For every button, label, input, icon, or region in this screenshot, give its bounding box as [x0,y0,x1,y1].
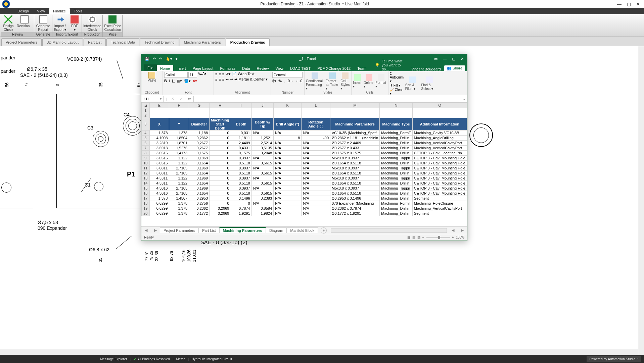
cell[interactable]: M5x0.8 x 0.3937 [330,186,380,191]
cell[interactable]: 2,7165 [169,186,189,191]
excel-tab-data[interactable]: Data [239,65,253,72]
cell[interactable]: 1,1811 [231,136,251,141]
app-tab-design[interactable]: Design [13,8,33,14]
cell[interactable]: Machining_Tappir [380,186,413,191]
cell[interactable]: 0,2756 [189,201,210,206]
align-center-icon[interactable]: ≡ [219,77,221,82]
cell[interactable]: 0 [210,196,231,201]
cell[interactable]: CETOP 3 - Cav_Mounting Hole [412,176,467,181]
cell[interactable]: 0,2677 [189,141,210,146]
excel-tellme[interactable]: 💡 Tell me what you want to do... [370,59,408,71]
cell[interactable]: N/A [302,191,330,196]
cell[interactable]: 2,7165 [169,191,189,196]
cell[interactable]: N/A [274,196,302,201]
excel-tab-review[interactable]: Review [253,65,272,72]
cell[interactable]: N/A [251,186,273,191]
italic-button[interactable]: I [169,79,170,83]
cell[interactable]: Machining_HoleClosure [412,201,467,206]
cell[interactable]: 0,5118 [231,191,251,196]
orientation-icon[interactable]: ⟳▾ [226,72,231,76]
border-button[interactable]: ▦▾ [177,79,182,83]
cell[interactable]: Machining_Tappir [380,176,413,181]
cell[interactable]: 0,1654 [189,161,210,166]
view-layout-icon[interactable]: ▤ [412,236,415,239]
cell[interactable]: Ø0.2362 x 0.7874 [330,206,380,211]
maximize-button[interactable]: ▢ [627,2,631,7]
cell[interactable]: Machining_VerticalCavityPort [412,141,467,146]
table-header[interactable]: Drill Angle (°) [274,118,302,131]
cell[interactable]: 1,9824 [251,211,273,216]
cell[interactable]: 1,8701 [169,141,189,146]
cell[interactable]: 3,6913 [149,146,169,151]
row-header-9[interactable]: 9 [142,156,150,161]
cell[interactable]: Ø0.2677 x 2.4409 [330,141,380,146]
cell[interactable]: 1,4173 [169,151,189,156]
col-header-N[interactable]: N [380,103,413,108]
row-header-15[interactable]: 15 [142,186,150,191]
cell[interactable]: CETOP 3 - Cav_Mounting Hole [412,161,467,166]
cell[interactable]: N/A [251,131,273,136]
cell[interactable]: Ø0.2362 x 1.1811 (Machinin [330,136,380,141]
cell[interactable]: 0 [210,146,231,151]
sheet-tab-machining-parameters[interactable]: Machining Parameters [219,227,266,233]
format-as-table-button[interactable]: Format as Table ▾ [326,72,339,90]
indent-inc-icon[interactable]: ⇥ [230,77,233,82]
underline-button[interactable]: U [172,79,175,83]
select-all-cell[interactable]: ◢ [142,103,150,108]
cell[interactable]: 0,3937 [231,156,251,161]
cell[interactable]: 0,7874 [231,206,251,211]
cell[interactable] [169,108,189,113]
cell[interactable]: N/A [302,196,330,201]
excel-grid[interactable]: ◢EFGHIJKLMNO123XYDiameterMachiningStart … [141,103,467,226]
table-header[interactable]: Additional Information [412,118,467,131]
cell[interactable]: 1,4567 [169,196,189,201]
autosum-button[interactable]: Σ AutoSum ▾ [390,72,404,83]
cell[interactable]: N/A [302,176,330,181]
cell[interactable]: 8 [274,136,302,141]
cell[interactable]: N/A [274,201,302,206]
cell[interactable]: N/A [302,141,330,146]
cell[interactable]: 0 [210,131,231,136]
cell[interactable]: Machining_Tappir [380,156,413,161]
align-mid-icon[interactable]: ≡ [219,72,221,76]
fill-color-button[interactable]: 🪣▾ [184,79,191,83]
excel-tab-insert[interactable]: Insert [173,65,189,72]
cell[interactable]: N/A [274,156,302,161]
comma-icon[interactable]: , [284,79,285,83]
cell[interactable]: 0,5118 [231,171,251,176]
insert-cells-button[interactable]: Insert ▾ [353,74,362,88]
cancel-formula-icon[interactable]: ✕ [169,97,177,101]
zoom-in-icon[interactable]: + [452,236,454,239]
cell[interactable]: Machining_Drillin [380,206,413,211]
cell[interactable]: 2,7165 [169,166,189,171]
table-header[interactable]: X [149,118,169,131]
cell[interactable]: N/A [274,131,302,136]
table-header[interactable]: Machining Type [380,118,413,131]
sheet-tab-diagram[interactable]: Diagram [266,227,287,233]
cell[interactable]: Machining_Drillin [380,211,413,216]
percent-icon[interactable]: % [278,79,282,83]
cell[interactable]: 4,3311 [149,181,169,186]
cell[interactable]: 0,5135 [251,146,273,151]
horizontal-scrollbar[interactable] [0,349,638,355]
cell[interactable]: 0,2969 [210,211,231,216]
cell[interactable]: Ø0.1654 x 0.5118 [330,181,380,186]
cell[interactable] [251,113,273,118]
col-header-O[interactable]: O [412,103,467,108]
cell[interactable]: 0 [210,166,231,171]
row-header-19[interactable]: 19 [142,206,150,211]
row-header-8[interactable]: 8 [142,151,150,156]
cell[interactable] [380,113,413,118]
cell[interactable]: Machining_Drillin [380,171,413,176]
add-sheet-button[interactable]: + [321,227,327,234]
cell[interactable]: 4,3016 [149,191,169,196]
row-header-6[interactable]: 6 [142,141,150,146]
inc-decimal-icon[interactable]: .0→ [287,79,293,83]
cell[interactable]: 2,7165 [169,171,189,176]
font-grow-icon[interactable]: A▴ [198,72,202,78]
cell[interactable]: Machining_Cavity VC10-3B [412,131,467,136]
row-header-2[interactable]: 2 [142,113,150,118]
design-check[interactable]: DesignCheck [1,15,15,32]
cell[interactable] [380,108,413,113]
cell[interactable]: N/A [251,176,273,181]
